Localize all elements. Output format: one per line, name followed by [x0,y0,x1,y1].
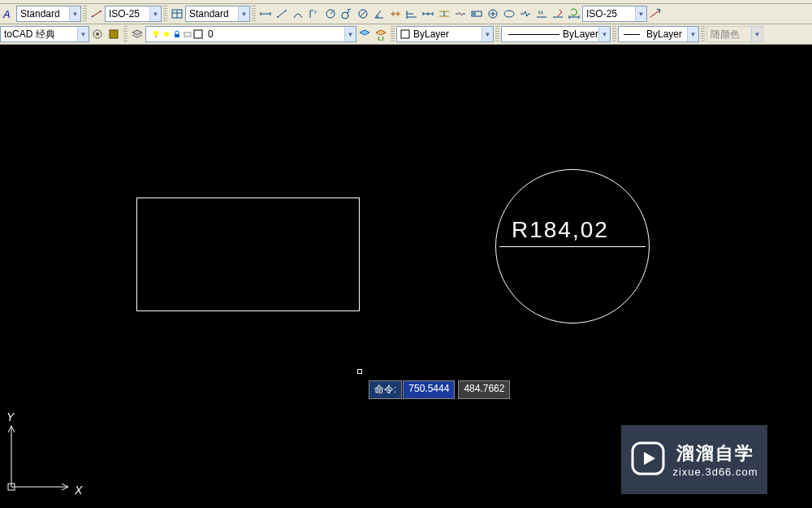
lw-sample [624,34,640,35]
dim-style-dropdown[interactable]: ISO-25▼ [105,6,162,22]
text-style-value: Standard [20,8,60,20]
workspace-settings-icon[interactable] [89,26,106,42]
inspect-icon[interactable] [501,6,517,22]
lineweight-value: ByLayer [646,28,682,40]
svg-text:y: y [314,9,317,14]
color-value: ByLayer [410,28,482,40]
dim-baseline-icon[interactable] [404,6,420,22]
svg-point-7 [473,13,476,15]
dyn-y-value[interactable]: 484.7662 [458,380,510,399]
table-style-dropdown[interactable]: Standard▼ [185,6,250,22]
dimension-radius-text[interactable]: R184,02 [512,217,609,243]
dim-angular-icon[interactable] [371,6,387,22]
dim-arc-icon[interactable] [290,6,306,22]
svg-rect-17 [175,34,179,37]
dyn-command-label: 命令: [369,380,402,399]
dim-update-icon[interactable] [566,6,582,22]
dim-aligned-icon[interactable] [274,6,290,22]
plot-icon [183,29,192,39]
dim-diameter-icon[interactable] [355,6,371,22]
svg-rect-15 [155,36,157,37]
dim-jogged-icon[interactable] [339,6,355,22]
drawing-canvas[interactable]: R184,02 命令: 750.5444 484.7662 X Y 溜溜自学 z… [0,45,812,508]
dim-ordinate-icon[interactable]: y [306,6,322,22]
workspace-dropdown[interactable]: toCAD 经典▼ [0,26,89,42]
layer-state-icons [149,29,205,39]
entity-rectangle[interactable] [136,198,360,311]
workspace-save-icon[interactable] [106,26,122,42]
dim-break-icon[interactable] [452,6,469,22]
ucs-icon: X Y [3,414,76,498]
plotstyle-value: 随颜色 [710,28,740,41]
dim-style2-value: ISO-25 [586,8,617,20]
dim-quick-icon[interactable] [387,6,404,22]
dim-style-current-dropdown[interactable]: ISO-25▼ [582,6,647,22]
table-style-value: Standard [189,8,229,20]
svg-point-14 [153,31,158,36]
dyn-x-value[interactable]: 750.5444 [403,380,455,399]
linetype-value: ByLayer [563,28,598,40]
chevron-down-icon: ▼ [482,27,493,41]
watermark-url: zixue.3d66.com [672,466,758,478]
color-swatch-icon [400,29,410,39]
dim-style-value: ISO-25 [109,8,140,20]
grip [701,26,705,42]
chevron-down-icon: ▼ [687,27,698,41]
table-style-icon[interactable] [169,6,185,22]
layer-manager-icon[interactable] [129,26,145,42]
toolbar-styles: A Standard▼ ISO-25▼ Standard▼ y H ISO-25… [0,4,812,24]
dim-continue-icon[interactable] [420,6,436,22]
lightbulb-icon [151,29,161,39]
grip [612,26,616,42]
chevron-down-icon: ▼ [238,7,249,21]
lock-icon [172,29,182,39]
svg-text:H: H [538,9,543,16]
svg-text:A: A [2,8,11,20]
dim-radius-icon[interactable] [322,6,339,22]
tolerance-icon[interactable] [469,6,485,22]
dim-edit-icon[interactable]: H [533,6,550,22]
chevron-down-icon: ▼ [77,27,89,41]
dim-linear-icon[interactable] [257,6,274,22]
chevron-down-icon: ▼ [69,7,80,21]
dim-style-icon[interactable] [89,6,105,22]
dim-tedit-icon[interactable] [550,6,566,22]
jog-line-icon[interactable] [517,6,533,22]
layer-previous-icon[interactable] [373,26,389,42]
layer-dropdown[interactable]: 0 ▼ [145,26,356,42]
lineweight-dropdown[interactable]: ByLayer ▼ [618,26,699,42]
layer-name: 0 [205,28,344,40]
svg-rect-13 [110,30,118,38]
plotstyle-dropdown[interactable]: 随颜色 ▼ [706,26,763,42]
svg-point-9 [504,11,514,17]
ucs-y-label: Y [6,410,14,423]
line-sample [508,34,559,35]
grip [495,26,499,42]
chevron-down-icon: ▼ [635,7,646,21]
grip [252,6,256,22]
dim-space-icon[interactable] [436,6,452,22]
linetype-dropdown[interactable]: ByLayer ▼ [501,26,611,42]
layer-states-icon[interactable] [356,26,373,42]
text-style-dropdown[interactable]: Standard▼ [16,6,81,22]
chevron-down-icon: ▼ [751,27,762,41]
svg-rect-18 [184,33,191,37]
grip [391,26,395,42]
watermark: 溜溜自学 zixue.3d66.com [621,425,767,494]
toolbar-properties: toCAD 经典▼ 0 ▼ ByLayer ▼ ByLayer ▼ ByLaye… [0,24,812,45]
cursor-pickbox [357,369,362,374]
watermark-title: 溜溜自学 [676,441,754,466]
text-style-icon[interactable]: A [0,6,16,22]
play-logo-icon [630,441,666,480]
svg-point-4 [342,12,348,19]
dimension-line [499,246,646,247]
grip [123,26,127,42]
center-mark-icon[interactable] [485,6,501,22]
svg-point-16 [164,32,169,37]
dim-style-apply-icon[interactable] [647,6,663,22]
color-dropdown[interactable]: ByLayer ▼ [396,26,494,42]
svg-rect-19 [194,30,202,38]
grip [83,6,87,22]
grip [163,6,167,22]
chevron-down-icon: ▼ [344,27,356,41]
